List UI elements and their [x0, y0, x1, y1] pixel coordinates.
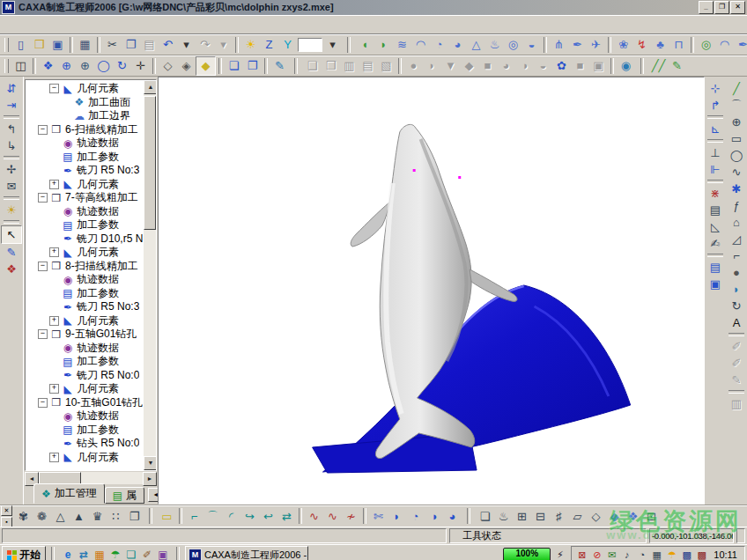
tree-item[interactable]: − ◣ 几何元素	[26, 82, 144, 96]
pan-view-button[interactable]: ❖	[39, 57, 57, 75]
tray-mail[interactable]: ✉	[605, 549, 618, 560]
dim-coord-button[interactable]: ⊹	[706, 80, 725, 97]
tree-item[interactable]: ☁ 加工边界	[26, 109, 144, 123]
sketch-tool-button[interactable]: ✎	[668, 57, 686, 75]
feature-tool-4[interactable]: ▤	[359, 57, 377, 75]
solid-feature-4[interactable]: ◆	[460, 57, 478, 75]
tree-item[interactable]: + ◣ 几何元素	[26, 382, 144, 396]
view-tool-3[interactable]: ✒	[734, 36, 747, 54]
solid-op-10[interactable]: ⊡	[642, 507, 661, 525]
solid-feature-5[interactable]: ■	[478, 57, 497, 75]
surface-tool-6[interactable]: ◕	[448, 36, 467, 54]
draw-corner-button[interactable]: ⌐	[727, 247, 746, 264]
solid-op-8[interactable]: ◆	[605, 507, 624, 525]
tree-expander[interactable]: +	[49, 180, 59, 189]
dock-more-button[interactable]: ▪	[1, 517, 12, 527]
tray-network-error[interactable]: ⊠	[575, 549, 588, 560]
post-process-button[interactable]: ◉	[617, 57, 635, 75]
fillet-tool-4[interactable]: ↪	[240, 507, 259, 525]
text-tool-button[interactable]: A	[727, 314, 746, 331]
save-file-button[interactable]: ▣	[48, 36, 67, 54]
dim-leader-button[interactable]: ↱	[706, 97, 725, 114]
solid-op-9[interactable]: ❖	[624, 507, 642, 525]
solid-op-7[interactable]: ◇	[587, 507, 605, 525]
tree-item[interactable]: ▤ 加工参数	[26, 424, 144, 438]
display-hidden-line-button[interactable]: ◈	[177, 57, 196, 75]
surface-edit-1[interactable]: ✄	[369, 507, 388, 525]
draw-circle-button[interactable]: ⊕	[727, 114, 746, 130]
track-tool-button[interactable]: ✢	[2, 161, 21, 178]
scroll-down-button[interactable]: ▼	[144, 456, 157, 470]
surface-tool-4[interactable]: ◠	[411, 36, 430, 54]
surface-tool-5[interactable]: ◔	[430, 36, 448, 54]
light-tool-button[interactable]: ☀	[2, 202, 21, 218]
fillet-tool-1[interactable]: ⌐	[185, 507, 203, 525]
view-tool-2[interactable]: ◠	[715, 36, 734, 54]
surface-edit-5[interactable]: ◕	[443, 507, 462, 525]
print-button[interactable]: ▦	[76, 36, 94, 54]
surface-tool-9[interactable]: ◎	[504, 36, 522, 54]
rotate-entity-button[interactable]: ↻	[727, 298, 746, 314]
profile-tool-4[interactable]: ▲	[70, 507, 88, 525]
draw-polyline-button[interactable]: ◿	[727, 231, 746, 247]
tree-item[interactable]: ❖ 加工曲面	[26, 96, 144, 110]
draw-line-button[interactable]: ╱	[727, 80, 746, 97]
menu-item[interactable]	[33, 23, 48, 26]
select-cursor-button[interactable]: ↖	[1, 225, 22, 244]
quicklaunch-sync[interactable]: ⇄	[76, 548, 92, 560]
import-tool-button[interactable]: ↰	[2, 121, 21, 137]
3d-viewport[interactable]	[158, 77, 705, 505]
profile-tool-6[interactable]: ∷	[107, 507, 125, 525]
tree-item[interactable]: ✒ 铣刀 R5 No:3	[26, 164, 144, 178]
surface-edit-3[interactable]: ◔	[406, 507, 425, 525]
undo-dropdown[interactable]: ▾	[177, 36, 196, 54]
menu-item[interactable]	[48, 23, 62, 26]
export-tool-button[interactable]: ↳	[2, 137, 21, 154]
profile-tool-3[interactable]: △	[51, 507, 70, 525]
redraw-entity-button[interactable]: ✎	[727, 372, 746, 388]
tree-expander[interactable]: +	[49, 316, 59, 326]
quicklaunch-app1[interactable]: ▦	[92, 548, 107, 560]
color-swatch[interactable]	[297, 36, 323, 54]
fillet-tool-3[interactable]: ◜	[222, 507, 240, 525]
scrollbar-thumb[interactable]	[39, 472, 81, 484]
palette-button[interactable]: ❖	[2, 261, 21, 277]
toolbar-grip[interactable]	[4, 38, 9, 52]
feature-tool-5[interactable]: ▧	[377, 57, 396, 75]
solid-feature-2[interactable]: ◗	[423, 57, 441, 75]
tray-blocked[interactable]: ⊘	[590, 549, 603, 560]
tab-machining-manager[interactable]: ❖ 加工管理	[33, 483, 105, 504]
tray-scheduler[interactable]: ◔	[635, 549, 648, 560]
tree-horizontal-scrollbar[interactable]: ◄ ►	[25, 472, 157, 484]
tree-expander[interactable]: −	[38, 262, 48, 271]
surface-tool-7[interactable]: △	[467, 36, 485, 54]
solid-feature-3[interactable]: ▼	[441, 57, 460, 75]
surface-edit-2[interactable]: ◗	[388, 507, 406, 525]
tab-layers[interactable]: ▤ 属	[105, 487, 144, 504]
cut-button[interactable]: ✂	[103, 36, 122, 54]
edit-tool-4[interactable]: ⊓	[669, 36, 688, 54]
redo-button[interactable]: ↷	[196, 36, 214, 54]
props-entity-button[interactable]: ▥	[727, 395, 746, 412]
draw-wave-button[interactable]: ◗	[727, 281, 746, 298]
zoom-window-button[interactable]: ⊕	[57, 57, 76, 75]
copy-button[interactable]: ❐	[122, 36, 140, 54]
menu-item[interactable]	[118, 23, 132, 26]
simulation-check-button[interactable]: ✿	[552, 57, 571, 75]
display-shaded-button[interactable]: ◆	[196, 56, 216, 76]
tree-item[interactable]: ✒ 铣刀 R5 No:3	[26, 300, 144, 314]
start-button[interactable]: 开始	[2, 546, 46, 560]
tree-item[interactable]: + ◣ 几何元素	[26, 178, 144, 192]
sketch-edit-button[interactable]: ✎	[2, 244, 21, 261]
menu-item[interactable]	[19, 23, 33, 26]
solid-op-3[interactable]: ⊞	[513, 507, 531, 525]
profile-tool-1[interactable]: ✾	[14, 507, 33, 525]
draw-ellipse-button[interactable]: ◯	[727, 147, 746, 164]
profile-tool-2[interactable]: ❁	[33, 507, 51, 525]
tree-item[interactable]: ◉ 轨迹数据	[26, 136, 144, 151]
formula-curve-button[interactable]: ƒ	[727, 197, 746, 214]
ruler-button[interactable]: ▤	[706, 202, 725, 218]
window-layout-button[interactable]: ◫	[11, 57, 30, 75]
solid-feature-9[interactable]: ■	[571, 57, 589, 75]
maximize-button[interactable]: ❐	[714, 1, 729, 14]
